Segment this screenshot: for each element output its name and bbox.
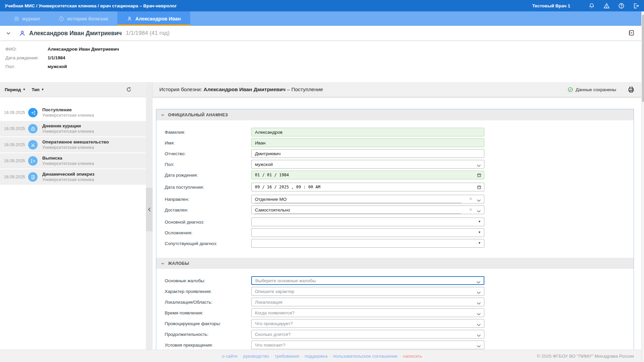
concomitant-diagnosis-dropdown[interactable]: ▼ <box>251 239 484 248</box>
dropdown-triangle-icon: ▼ <box>478 241 481 245</box>
help-icon[interactable] <box>618 2 625 9</box>
chevron-down-icon <box>477 163 481 168</box>
main-diagnosis-dropdown[interactable]: ▼ <box>251 218 484 226</box>
save-status-text: Данные сохранены <box>576 87 616 92</box>
sidebar-collapse-handle[interactable] <box>146 188 153 231</box>
list-item-surgery[interactable]: 16.09.2025 Оперативное вмешательство Уни… <box>0 137 146 153</box>
admission-datetime-input[interactable]: 09 / 16 / 2025 , 09 : 00 AM <box>251 183 484 191</box>
epicrisis-icon <box>28 172 38 182</box>
field-row-main-complaints: Основные жалобы: Выберите основные жалоб… <box>156 276 634 285</box>
list-item-epicrisis[interactable]: 16.09.2025 Динамический эпикриз Универси… <box>0 169 146 185</box>
tab-case-history[interactable]: история болезни <box>49 11 117 26</box>
duration-dropdown[interactable]: Сколько длится? <box>251 330 484 339</box>
refresh-icon[interactable] <box>126 86 132 93</box>
collapse-chevron-icon[interactable] <box>4 29 13 38</box>
input-placeholder: Что помогает? <box>255 343 285 348</box>
case-history-panel: История болезни: Александров Иван Дмитри… <box>153 82 641 362</box>
sidebar-filter-bar: Период ▼ Тип ▼ <box>0 82 146 97</box>
page-footer: о сайте·руководство·требования·поддержка… <box>0 350 644 362</box>
field-label: Основные жалобы: <box>165 278 251 283</box>
tab-patient-aleksandrov[interactable]: Александров Иван <box>117 11 190 26</box>
main-complaints-dropdown[interactable]: Выберите основные жалобы <box>251 276 484 285</box>
chevron-down-icon <box>477 312 481 317</box>
link-separator: · <box>239 354 241 359</box>
caret-down-icon: ▼ <box>41 88 44 91</box>
field-row-firstname: Имя: Иван <box>156 138 634 147</box>
tab-label: журнал <box>22 16 40 21</box>
tab-label: Александров Иван <box>135 16 181 21</box>
event-title: Динамический эпикриз <box>42 172 95 177</box>
print-icon[interactable] <box>628 86 635 93</box>
warning-icon[interactable] <box>603 2 610 9</box>
firstname-input[interactable]: Иван <box>251 138 484 147</box>
period-filter[interactable]: Период ▼ <box>5 87 25 92</box>
field-row-cessation-conditions: Условия прекращения: Что помогает? <box>156 341 634 349</box>
complications-dropdown[interactable]: ▼ <box>251 228 484 237</box>
footer-link-requirements[interactable]: требования <box>275 354 299 359</box>
field-label: Локализация/Область: <box>165 300 251 305</box>
sex-select[interactable]: мужской <box>251 160 484 169</box>
patient-name: Александров Иван Дмитриевич <box>29 30 122 37</box>
page-scrollbar[interactable] <box>641 11 644 362</box>
type-filter-label: Тип <box>32 87 39 92</box>
logout-icon[interactable] <box>633 2 639 9</box>
section-complaints[interactable]: ЖАЛОБЫ <box>156 258 634 269</box>
bell-icon[interactable] <box>588 2 595 9</box>
middlename-input[interactable]: Дмитриевич <box>251 149 484 158</box>
section-chevron-icon <box>161 261 165 265</box>
field-row-sex: Пол: мужской <box>156 160 634 169</box>
footer-link-about[interactable]: о сайте <box>222 354 238 359</box>
cessation-conditions-dropdown[interactable]: Что помогает? <box>251 341 484 349</box>
footer-link-manual[interactable]: руководство <box>243 354 269 359</box>
field-row-localization: Локализация/Область: Локализация <box>156 298 634 306</box>
calendar-icon[interactable] <box>477 173 481 178</box>
tab-journal[interactable]: журнал <box>5 11 49 26</box>
field-row-main-diagnosis: Основной диагноз: ▼ <box>156 218 634 226</box>
curation-diary-icon <box>28 124 38 133</box>
type-filter[interactable]: Тип ▼ <box>32 87 44 92</box>
footer-link-agreement[interactable]: пользовательское соглашение <box>333 354 397 359</box>
field-label: Фамилия: <box>165 130 251 135</box>
clear-icon[interactable]: ✕ <box>469 196 473 201</box>
chevron-down-icon[interactable] <box>477 209 481 214</box>
admission-icon <box>28 108 38 117</box>
field-row-duration: Продолжительность: Сколько длится? <box>156 330 634 339</box>
list-item-admission[interactable]: 16.09.2025 Поступление Университетская к… <box>0 105 146 120</box>
event-texts: Оперативное вмешательство Университетска… <box>42 139 109 150</box>
manifestation-dropdown[interactable]: Опишите характер <box>251 287 484 296</box>
calendar-icon[interactable] <box>477 185 481 190</box>
patient-details: ФИО: Александров Иван Дмитриевич Дата ро… <box>0 41 644 78</box>
event-org: Университетская клиника <box>42 177 95 182</box>
period-filter-label: Период <box>5 87 21 92</box>
check-circle-icon <box>568 87 573 93</box>
footer-link-support[interactable]: поддержка <box>305 354 327 359</box>
localization-dropdown[interactable]: Локализация <box>251 298 484 306</box>
provoking-factors-dropdown[interactable]: Что провоцирует? <box>251 319 484 328</box>
title-prefix: История болезни: <box>159 86 204 92</box>
onset-time-dropdown[interactable]: Когда появляется? <box>251 308 484 317</box>
patient-birth-age: 1/1/1984 (41 год) <box>126 30 170 37</box>
field-label: Осложнения: <box>165 230 251 235</box>
list-item-discharge[interactable]: 16.09.2025 Выписка Университетская клини… <box>0 153 146 169</box>
field-row-admission-date: Дата поступления: 09 / 16 / 2025 , 09 : … <box>156 183 634 191</box>
scrollbar-thumb[interactable] <box>642 15 644 102</box>
section-official-anamnesis[interactable]: ОФИЦИАЛЬНЫЙ АНАМНЕЗ <box>156 109 634 120</box>
referred-by-combobox[interactable]: Отделение МО ✕ <box>251 195 484 203</box>
detail-row-sex: Пол: мужской <box>5 64 639 69</box>
person-icon <box>127 16 132 21</box>
notebook-icon[interactable] <box>628 29 635 38</box>
delivered-by-combobox[interactable]: Самостоятельно ✕ <box>251 205 484 214</box>
lastname-input[interactable]: Александров <box>251 128 484 136</box>
birthdate-input[interactable]: 01 / 01 / 1984 <box>251 171 484 179</box>
list-item-curation-diary[interactable]: 16.09.2025 Дневник курации Университетск… <box>0 121 146 136</box>
field-label: Характер проявления: <box>165 289 251 294</box>
detail-label: Пол: <box>5 64 48 69</box>
footer-link-write[interactable]: написать <box>403 354 422 359</box>
field-label: Условия прекращения: <box>165 343 251 348</box>
field-row-birthdate: Дата рождения: 01 / 01 / 1984 <box>156 171 634 179</box>
chevron-down-icon[interactable] <box>477 198 481 203</box>
surgery-icon <box>28 140 38 149</box>
event-date: 16.09.2025 <box>4 126 28 131</box>
clear-icon[interactable]: ✕ <box>469 207 473 212</box>
discharge-icon <box>28 156 38 166</box>
